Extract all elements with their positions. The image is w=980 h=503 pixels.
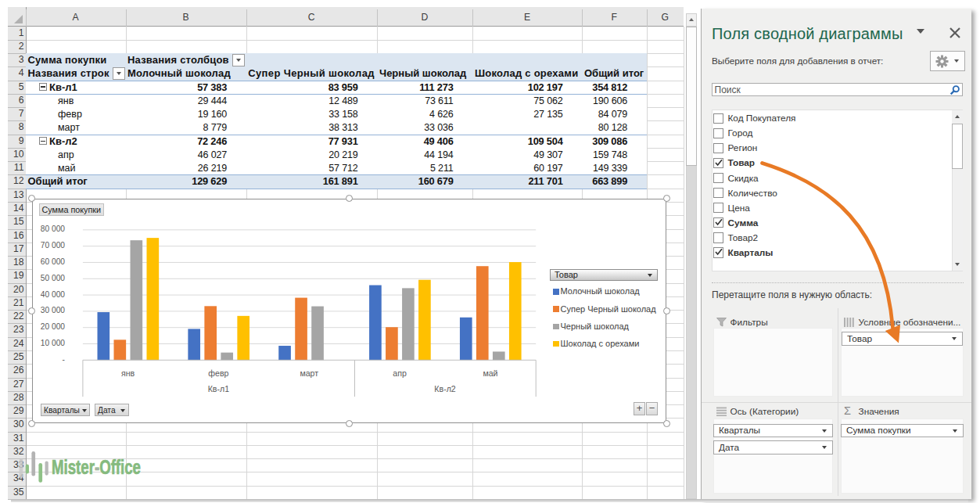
svg-text:Mister-Office: Mister-Office [52,455,141,479]
